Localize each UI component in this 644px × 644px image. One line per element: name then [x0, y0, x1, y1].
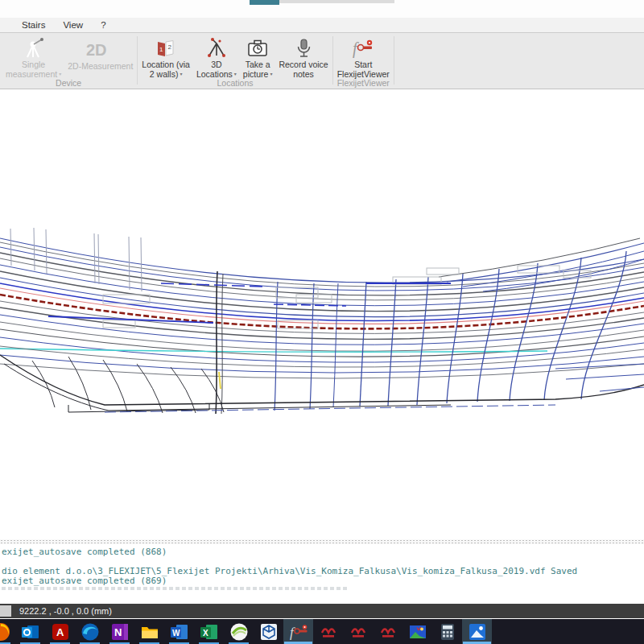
mast-line: [10, 229, 11, 266]
status-bar: 9222.2 , -0.0 , 0.0 (mm): [0, 604, 644, 618]
ribbon-button-label: 2D-Measurement: [68, 62, 133, 72]
edge-icon: [80, 622, 100, 642]
mast-line: [129, 237, 130, 290]
detail-line: [274, 304, 346, 306]
taskbar-icon-flexijet[interactable]: f: [283, 619, 313, 644]
ribbon-group-device: es ofents▾Singlemeasurement▾2D2D-Measure…: [0, 33, 137, 89]
taskbar-icon-red-app-3[interactable]: [373, 619, 402, 644]
taskbar-icon-photos[interactable]: [462, 619, 492, 644]
bow-rib-line: [201, 369, 224, 412]
taskbar-icon-edge[interactable]: [75, 619, 105, 644]
frame-line: [417, 277, 428, 405]
cad-cube-icon: [259, 622, 279, 642]
bow-rib-line: [137, 364, 163, 413]
cursor-coordinates: 9222.2 , -0.0 , 0.0 (mm): [19, 604, 112, 618]
2d-icon: 2D: [83, 35, 118, 62]
mast-line: [46, 229, 47, 274]
taskbar-icon-cad-cube[interactable]: [254, 619, 283, 644]
ribbon-group-locations: 12Location (via2 walls)▾3DLocations▾Take…: [138, 33, 332, 89]
titlebar-accent-gray: [279, 0, 394, 3]
word-icon: W: [170, 622, 189, 642]
tripod-icon: [23, 35, 45, 60]
ribbon-button-record-voice-notes[interactable]: Record voicenotes: [275, 34, 331, 79]
ribbon-button-single-measurement[interactable]: Singlemeasurement▾: [2, 34, 64, 79]
taskbar-icon-red-app-2[interactable]: [343, 619, 373, 644]
taskbar-icon-red-app-1[interactable]: [313, 619, 343, 644]
ribbon-button-label: Singlemeasurement▾: [6, 60, 61, 79]
menu-tab-stairs[interactable]: Stairs: [13, 20, 54, 30]
ribbon-button-location-via-2-walls[interactable]: 12Location (via2 walls)▾: [138, 34, 193, 79]
frame-line: [275, 282, 278, 411]
ribbon-group-label: FlexijetViewer: [333, 78, 394, 88]
detail-line: [566, 374, 644, 379]
hull-longitudinal-line: [0, 242, 644, 287]
taskbar-icon-file-explorer[interactable]: [134, 619, 164, 644]
taskbar-icon-excel[interactable]: X: [194, 619, 224, 644]
taskbar-icon-image-viewer[interactable]: [402, 619, 432, 644]
mast-line: [34, 228, 35, 270]
ribbon-button-2d-measurement[interactable]: 2D2D-Measurement: [64, 34, 136, 79]
taskbar-icon-firefox[interactable]: [0, 619, 15, 644]
frame-line: [221, 274, 223, 414]
taskbar: ANWXf: [0, 619, 644, 644]
acrobat-icon: A: [51, 622, 70, 642]
ribbon-group-label: Locations: [138, 78, 332, 88]
stern-sweep-line: [439, 238, 640, 277]
two-walls-icon: 12: [154, 35, 178, 60]
taskbar-icon-outlook[interactable]: [15, 619, 45, 644]
ribbon-group-flexijetviewer: fStartFlexijetViewerFlexijetViewer: [333, 33, 394, 89]
ribbon-button-label: 3DLocations▾: [196, 60, 237, 79]
status-left-box: [0, 605, 11, 617]
ribbon-button-take-a-picture[interactable]: Take apicture▾: [240, 34, 276, 79]
taskbar-icon-sketchup[interactable]: [224, 619, 254, 644]
frame-line: [360, 282, 366, 407]
hull-longitudinal-line: [0, 355, 644, 373]
ribbon: es ofents▾Singlemeasurement▾2D2D-Measure…: [0, 32, 644, 89]
svg-text:W: W: [172, 628, 180, 637]
detail-line: [219, 372, 221, 389]
menu-bar: StairsView?: [0, 18, 644, 32]
photos-icon: [468, 622, 487, 642]
bow-rib-line: [103, 360, 127, 411]
taskbar-icon-calculator[interactable]: [432, 619, 462, 644]
file-explorer-icon: [140, 622, 159, 642]
log-line: exijet_autosave completed (868): [2, 547, 644, 557]
taskbar-icon-acrobat[interactable]: A: [45, 619, 75, 644]
detail-box: [427, 268, 459, 275]
svg-text:X: X: [203, 628, 208, 637]
outlook-icon: [21, 622, 40, 642]
calculator-icon: [438, 622, 457, 642]
ribbon-button-start-flexijetviewer[interactable]: fStartFlexijetViewer: [334, 34, 393, 79]
flexijet-viewer-icon: f: [351, 35, 375, 60]
taskbar-icon-word[interactable]: W: [164, 619, 194, 644]
keel-line: [105, 405, 555, 412]
dropdown-arrow-icon: ▾: [234, 72, 237, 76]
ribbon-button-3d-locations[interactable]: 3DLocations▾: [193, 34, 240, 79]
red-app-3-icon: [378, 622, 398, 642]
menu-tab-[interactable]: ?: [92, 20, 114, 30]
ribbon-button-label: StartFlexijetViewer: [337, 60, 390, 79]
log-panel[interactable]: exijet_autosave completed (868) dio elem…: [0, 544, 644, 591]
tripod-3d-icon: [205, 35, 228, 60]
log-line-clipped: [2, 587, 348, 590]
onenote-icon: N: [110, 622, 130, 642]
frame-line: [310, 283, 314, 409]
firefox-icon: [0, 622, 10, 642]
frame-line: [388, 279, 396, 406]
ribbon-group-separator: [394, 36, 394, 85]
menu-tab-view[interactable]: View: [54, 20, 92, 30]
flexijet-icon: f: [289, 622, 308, 642]
drawing-canvas[interactable]: [0, 90, 644, 539]
bow-rib-line: [171, 367, 196, 413]
dropdown-arrow-icon: ▾: [180, 72, 182, 76]
frame-line: [333, 283, 338, 407]
hull-longitudinal-line: [0, 322, 644, 351]
stern-sweep-line: [447, 243, 644, 282]
ribbon-button-label: Take apicture▾: [243, 60, 273, 79]
svg-text:2: 2: [168, 43, 172, 51]
taskbar-icon-onenote[interactable]: N: [105, 619, 134, 644]
dropdown-arrow-icon: ▾: [59, 72, 61, 76]
red-app-2-icon: [349, 622, 368, 642]
titlebar-accent-teal: [250, 0, 279, 5]
excel-icon: X: [200, 622, 219, 642]
